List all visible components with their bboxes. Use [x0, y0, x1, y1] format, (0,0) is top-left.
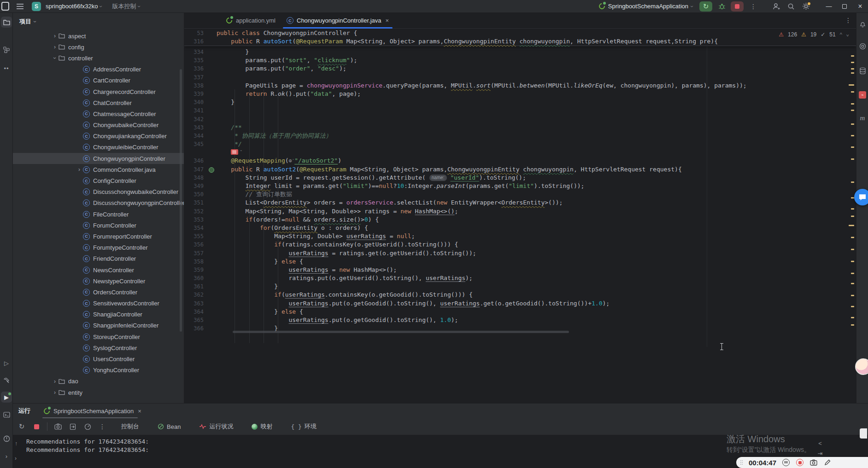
tree-item-forumreportcontroller[interactable]: CForumreportController [13, 231, 184, 242]
warning-stripe-mark[interactable] [851, 55, 854, 57]
expand-arrow-icon[interactable]: › [51, 44, 59, 50]
expand-arrow-icon[interactable]: › [51, 378, 59, 385]
services-tool-button[interactable]: ▷ [1, 357, 12, 369]
warning-stripe-mark[interactable] [851, 208, 854, 210]
drag-handle-icon[interactable] [740, 460, 743, 465]
endpoint-gutter-icon[interactable] [207, 165, 217, 174]
annotate-button[interactable] [823, 458, 832, 467]
tree-item-controller[interactable]: ›controller [13, 53, 184, 64]
tab-health[interactable]: 运行状况 [197, 422, 235, 431]
tree-item-chongwuyongpincontroller[interactable]: CChongwuyongpinController [13, 153, 184, 164]
stop-application-button[interactable] [32, 422, 41, 431]
warning-stripe-mark[interactable] [851, 135, 854, 136]
run-config-selector[interactable]: SpringbootSchemaApplication › [598, 3, 693, 10]
tree-item-discusschongwuyongpincontroller[interactable]: CDiscusschongwuyongpinController [13, 198, 184, 209]
scroll-to-top-icon[interactable]: ↑ [15, 440, 18, 447]
warning-stripe-mark[interactable] [851, 273, 854, 274]
warning-stripe-mark[interactable] [851, 216, 854, 217]
screenshot-button[interactable] [54, 422, 62, 431]
more-tools-button[interactable]: •• [1, 63, 12, 74]
tree-item-forumcontroller[interactable]: CForumController [13, 220, 184, 231]
expand-arrow-icon[interactable]: › [51, 389, 59, 396]
warning-stripe-mark[interactable] [851, 306, 854, 307]
tree-item-sensitivewordscontroller[interactable]: CSensitivewordsController [13, 298, 184, 309]
inspections-widget[interactable]: ⚠ 126 ⚠ 19 ✓ 51 ^ ^ [776, 31, 849, 38]
more-options-kebab-icon[interactable]: ⋮ [98, 422, 106, 431]
warning-stripe-mark[interactable] [851, 317, 854, 318]
tree-item-chatmessagecontroller[interactable]: CChatmessageController [13, 108, 184, 119]
warning-stripe-mark[interactable] [851, 158, 854, 160]
close-run-tab-icon[interactable]: × [138, 408, 141, 415]
warning-stripe-mark[interactable] [851, 72, 854, 74]
tree-item-commoncontroller.java[interactable]: ›CCommonController.java [13, 164, 184, 175]
chevron-down-icon[interactable]: ˇ [240, 150, 242, 155]
thread-dump-button[interactable] [69, 422, 77, 431]
project-tree-scrollbar[interactable] [180, 69, 182, 332]
notifications-tool-button[interactable]: › [1, 450, 12, 462]
tree-item-cartcontroller[interactable]: CCartController [13, 75, 184, 86]
tree-item-newscontroller[interactable]: CNewsController [13, 264, 184, 275]
tree-item-shangjiacontroller[interactable]: CShangjiaController [13, 309, 184, 320]
recorder-screenshot-button[interactable] [809, 458, 818, 467]
structure-tool-button[interactable] [1, 44, 12, 55]
tree-item-storeupcontroller[interactable]: CStoreupController [13, 331, 184, 342]
tab-application-yml[interactable]: application.yml [220, 13, 281, 28]
endpoint-badge-icon[interactable] [231, 149, 238, 155]
tree-item-syslogcontroller[interactable]: CSyslogController [13, 342, 184, 353]
tree-item-chatcontroller[interactable]: CChatController [13, 97, 184, 108]
stop-button[interactable] [731, 1, 744, 12]
rerun-application-button[interactable]: ↻ [18, 422, 26, 431]
editor[interactable]: application.yml C ChongwuyongpinControll… [184, 13, 856, 403]
editor-horizontal-scrollbar[interactable] [233, 331, 569, 333]
tree-item-chongwuleibiecontroller[interactable]: CChongwuleibieController [13, 142, 184, 153]
problems-tool-button[interactable] [1, 433, 12, 444]
search-button[interactable] [785, 1, 797, 12]
warning-stripe-mark[interactable] [851, 237, 854, 238]
tab-mappings[interactable]: 映射 [250, 422, 274, 431]
profiler-button[interactable] [83, 422, 92, 431]
build-tool-button[interactable] [1, 375, 12, 386]
tree-item-filecontroller[interactable]: CFileController [13, 209, 184, 220]
run-config-tab[interactable]: SpringbootSchemaApplication × [42, 404, 144, 418]
tree-item-discusschongwubaikecontroller[interactable]: CDiscusschongwubaikeController [13, 187, 184, 198]
warning-stripe-mark[interactable] [849, 225, 854, 226]
tree-item-entity[interactable]: ›entity [13, 387, 184, 398]
tab-options-kebab-icon[interactable]: ⋮ [845, 17, 851, 24]
pause-recording-button[interactable] [782, 458, 790, 467]
tree-item-yonghucontroller[interactable]: CYonghuController [13, 365, 184, 376]
tree-item-configcontroller[interactable]: CConfigController [13, 175, 184, 186]
maven-button[interactable]: m [858, 113, 867, 123]
warning-stripe-mark[interactable] [851, 123, 854, 125]
next-problem-icon[interactable]: ^ [846, 32, 849, 37]
tree-item-chargerecordcontroller[interactable]: CChargerecordController [13, 86, 184, 97]
run-tool-button[interactable]: ▶ [1, 392, 12, 403]
stop-recording-button[interactable] [796, 458, 804, 467]
floating-chat-button[interactable] [854, 189, 868, 205]
expand-arrow-icon[interactable]: › [76, 166, 83, 173]
close-button[interactable]: × [852, 0, 868, 13]
expand-arrow-icon[interactable]: › [51, 33, 59, 39]
tree-item-addresscontroller[interactable]: CAddressController [13, 64, 184, 75]
warning-stripe-mark[interactable] [851, 91, 854, 93]
warning-stripe-mark[interactable] [851, 295, 854, 296]
more-actions-button[interactable]: ⋮ [747, 1, 759, 12]
tree-item-orderscontroller[interactable]: COrdersController [13, 287, 184, 298]
prev-problem-icon[interactable]: ^ [840, 32, 842, 37]
warning-stripe-mark[interactable] [851, 261, 854, 262]
project-panel-header[interactable]: 项目 › [13, 13, 184, 30]
tree-item-friendcontroller[interactable]: CFriendController [13, 253, 184, 264]
tree-item-config[interactable]: ›config [13, 41, 184, 53]
project-selector[interactable]: springboot66fx32ko › [46, 3, 102, 10]
rerun-button[interactable]: ↻ [699, 1, 712, 12]
warning-stripe-mark[interactable] [851, 62, 854, 63]
tree-item-chongwubaikecontroller[interactable]: CChongwubaikeController [13, 120, 184, 131]
tree-item-aspect[interactable]: ›aspect [13, 30, 184, 41]
request-mapping-globe-icon[interactable]: ⊕ˇ [289, 158, 295, 164]
tab-bean[interactable]: Bean [156, 423, 182, 430]
add-user-button[interactable] [770, 1, 782, 12]
warning-stripe-mark[interactable] [851, 181, 854, 183]
tree-item-forumtypecontroller[interactable]: CForumtypeController [13, 242, 184, 253]
warning-stripe-mark[interactable] [851, 110, 854, 111]
warning-stripe-mark[interactable] [851, 324, 854, 326]
settings-button[interactable] [800, 1, 812, 12]
